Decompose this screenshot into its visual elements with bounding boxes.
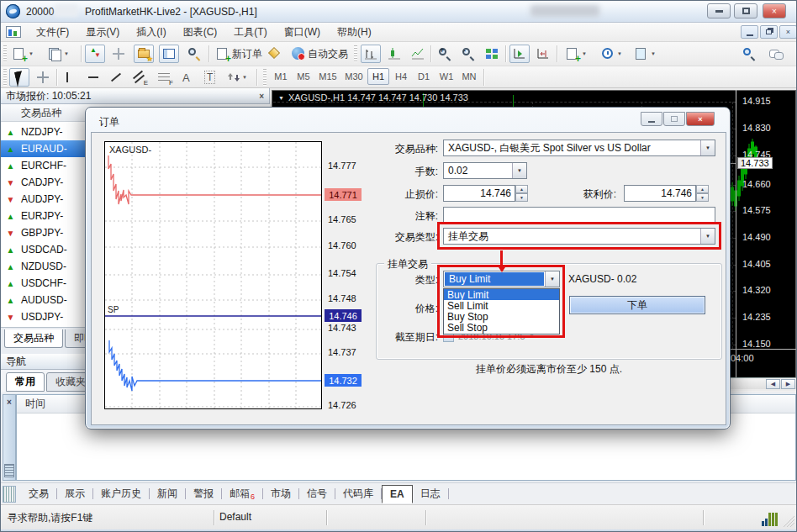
bar-chart-button[interactable]: [361, 45, 381, 63]
auto-scroll-toggle[interactable]: [509, 45, 530, 63]
navigator-toggle[interactable]: ★: [134, 45, 154, 63]
tab-exposure[interactable]: 展示: [57, 484, 92, 503]
cursor-tool[interactable]: [9, 68, 29, 87]
toolbar-grip[interactable]: [3, 45, 7, 62]
dock-handle-icon[interactable]: [3, 486, 16, 503]
templates-button[interactable]: ▼: [631, 45, 659, 63]
resize-grip[interactable]: [783, 515, 794, 527]
arrows-tool[interactable]: ▼: [224, 68, 251, 87]
place-order-button[interactable]: 下单: [569, 296, 705, 314]
timeframe-mn[interactable]: MN: [458, 68, 480, 85]
take-profit-spinner[interactable]: ▲ ▼: [696, 185, 709, 202]
take-profit-field[interactable]: 14.746: [624, 185, 696, 202]
strategy-tester-button[interactable]: [184, 45, 204, 63]
toolbar-grip[interactable]: [263, 69, 267, 86]
toolbar-grip[interactable]: [3, 69, 7, 86]
tab-news[interactable]: 新闻: [150, 484, 185, 503]
menu-view[interactable]: 显示(V): [77, 23, 128, 42]
metaeditor-button[interactable]: [265, 45, 285, 63]
trendline-tool[interactable]: [107, 68, 125, 87]
chart-menu-icon[interactable]: [6, 26, 21, 38]
stop-loss-field[interactable]: 14.746: [443, 185, 515, 202]
tab-account-history[interactable]: 账户历史: [93, 484, 149, 503]
tab-signals[interactable]: 信号: [299, 484, 335, 503]
chevron-down-icon[interactable]: ▼: [278, 95, 284, 101]
profiles-button[interactable]: ▼: [45, 45, 72, 63]
tab-journal[interactable]: 日志: [413, 484, 448, 503]
tab-mailbox[interactable]: 邮箱6: [222, 484, 262, 503]
tile-windows-button[interactable]: [482, 45, 502, 63]
timeframe-m15[interactable]: M15: [315, 68, 340, 85]
market-watch-toggle[interactable]: [85, 45, 105, 63]
scroll-right-button[interactable]: ▶: [781, 379, 795, 389]
data-window-button[interactable]: [108, 45, 129, 63]
status-profile[interactable]: Default: [219, 511, 251, 523]
timeframe-m1[interactable]: M1: [270, 68, 292, 85]
menu-help[interactable]: 帮助(H): [329, 23, 380, 42]
tab-experts[interactable]: EA: [382, 485, 413, 503]
dialog-close-button[interactable]: ×: [686, 112, 715, 126]
channel-icon: E: [132, 71, 145, 84]
periods-button[interactable]: ▼: [598, 45, 625, 63]
tab-symbols[interactable]: 交易品种: [4, 329, 63, 348]
new-order-button[interactable]: + 新订单: [213, 45, 266, 63]
line-chart-icon: [411, 47, 425, 61]
timeframe-m30[interactable]: M30: [341, 68, 367, 85]
chevron-down-icon[interactable]: ▼: [700, 140, 715, 155]
autotrading-button[interactable]: 自动交易: [288, 45, 351, 63]
menu-tools[interactable]: 工具(T): [225, 23, 275, 42]
spin-down-icon[interactable]: ▼: [696, 193, 709, 202]
vertical-line-tool[interactable]: [63, 68, 71, 87]
menu-file[interactable]: 文件(F): [28, 23, 77, 42]
chat-button[interactable]: [766, 45, 786, 63]
price-tick: 14.915: [742, 96, 771, 106]
symbol-select[interactable]: XAGUSD-, 白银美元 Spot Silver vs US Dollar ▼: [443, 140, 715, 156]
dialog-minimize-button[interactable]: [641, 112, 662, 126]
close-button[interactable]: ×: [763, 3, 786, 18]
tab-alerts[interactable]: 警报: [186, 484, 221, 503]
menu-charts[interactable]: 图表(C): [175, 23, 226, 42]
child-restore-button[interactable]: [760, 25, 778, 39]
tab-code-base[interactable]: 代码库: [335, 484, 381, 503]
line-chart-button[interactable]: [408, 45, 428, 63]
comment-input[interactable]: [443, 207, 715, 223]
child-minimize-button[interactable]: [741, 25, 758, 39]
dialog-maximize-button[interactable]: [663, 112, 685, 126]
chart-shift-button[interactable]: [533, 45, 553, 63]
candlestick-button[interactable]: [384, 45, 404, 63]
channel-tool[interactable]: E: [129, 68, 149, 87]
timeframe-d1[interactable]: D1: [413, 68, 435, 85]
timeframe-m5[interactable]: M5: [293, 68, 314, 85]
indicators-button[interactable]: + ▼: [562, 45, 590, 63]
horizontal-line-tool[interactable]: [85, 68, 102, 87]
search-button[interactable]: [739, 45, 759, 63]
text-label-tool[interactable]: T: [201, 68, 219, 87]
menu-insert[interactable]: 插入(I): [128, 23, 174, 42]
crosshair-tool[interactable]: [33, 68, 53, 87]
zoom-out-button[interactable]: -: [458, 45, 478, 63]
dock-handle-icon[interactable]: [4, 464, 14, 477]
cursor-icon: [13, 71, 26, 84]
chevron-down-icon[interactable]: ▼: [512, 163, 526, 178]
timeframe-w1[interactable]: W1: [435, 68, 457, 85]
panel-close-icon[interactable]: ×: [259, 92, 264, 101]
zoom-in-button[interactable]: +: [435, 45, 455, 63]
volume-select[interactable]: 0.02 ▼: [443, 162, 527, 179]
menu-window[interactable]: 窗口(W): [276, 23, 329, 42]
spin-up-icon[interactable]: ▲: [696, 185, 709, 193]
tab-common[interactable]: 常用: [6, 372, 45, 392]
tab-market[interactable]: 市场: [263, 484, 298, 503]
timeframe-h4[interactable]: H4: [390, 68, 412, 85]
new-chart-button[interactable]: + ▼: [9, 45, 37, 63]
scroll-left-button[interactable]: ◀: [766, 379, 780, 389]
maximize-button[interactable]: [734, 3, 757, 18]
timeframe-h1[interactable]: H1: [367, 68, 389, 85]
fibonacci-tool[interactable]: F: [154, 68, 174, 87]
minimize-button[interactable]: [707, 3, 731, 18]
panel-close-icon[interactable]: ×: [7, 398, 12, 407]
child-close-button[interactable]: ×: [779, 25, 797, 39]
tab-trade[interactable]: 交易: [21, 484, 56, 503]
terminal-toggle[interactable]: [159, 45, 179, 63]
toolbar-grip[interactable]: [354, 45, 357, 62]
text-tool[interactable]: A: [179, 68, 193, 87]
